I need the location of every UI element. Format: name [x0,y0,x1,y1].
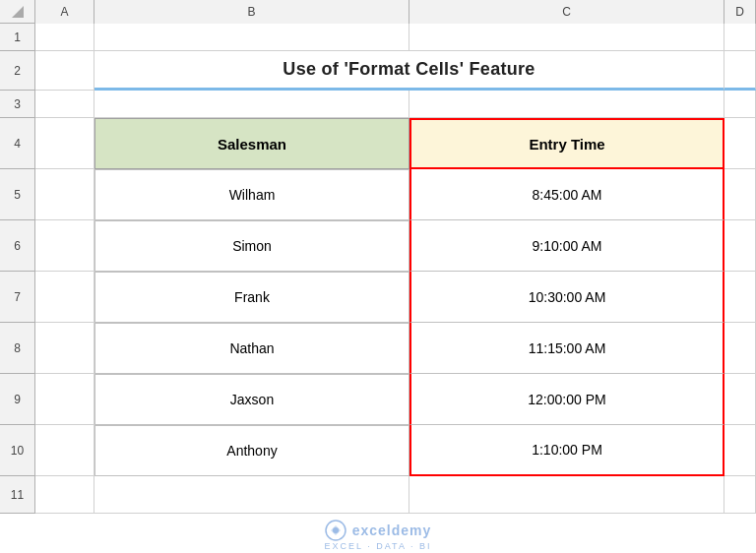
grid-row-11: 11 [0,476,756,514]
grid-row-4: 4 Salesman Entry Time [0,118,756,169]
grid-row-5: 5 Wilham 8:45:00 AM [0,169,756,220]
cell-1c[interactable] [410,24,724,51]
grid-row-6: 6 Simon 9:10:00 AM [0,220,756,272]
cell-3a[interactable] [35,91,94,118]
cell-1a[interactable] [35,24,94,51]
watermark: exceldemy EXCEL · DATA · BI [325,520,432,551]
cell-11a[interactable] [35,476,94,514]
cell-11b[interactable] [94,476,410,514]
cell-3d[interactable] [724,91,756,118]
cell-2d[interactable] [724,51,756,91]
cell-4a[interactable] [35,118,94,169]
row-header-9: 9 [0,374,35,425]
cell-6c[interactable]: 9:10:00 AM [410,220,724,272]
cell-8d[interactable] [724,323,756,374]
grid-row-10: 10 Anthony 1:10:00 PM [0,425,756,476]
svg-point-2 [333,527,339,533]
row-header-8: 8 [0,323,35,374]
cell-4d[interactable] [724,118,756,169]
grid-row-9: 9 Jaxson 12:00:00 PM [0,374,756,425]
cell-5c[interactable]: 8:45:00 AM [410,169,724,220]
col-header-d[interactable]: D [724,0,756,24]
cell-10d[interactable] [724,425,756,476]
grid-body: 1 2 Use of 'Format Cells' Feature 3 4 Sa… [0,24,756,514]
cell-7b[interactable]: Frank [94,272,410,323]
cell-11d[interactable] [724,476,756,514]
cell-9d[interactable] [724,374,756,425]
row-header-7: 7 [0,272,35,323]
row-header-10: 10 [0,425,35,476]
cell-8b[interactable]: Nathan [94,323,410,374]
cell-10a[interactable] [35,425,94,476]
cell-10b[interactable]: Anthony [94,425,410,476]
cell-3c[interactable] [410,91,724,118]
row-header-4: 4 [0,118,35,169]
cell-1d[interactable] [724,24,756,51]
row-header-5: 5 [0,169,35,220]
grid-row-7: 7 Frank 10:30:00 AM [0,272,756,323]
cell-5b[interactable]: Wilham [94,169,410,220]
col-header-a[interactable]: A [35,0,94,24]
row-header-3: 3 [0,91,35,118]
cell-9c[interactable]: 12:00:00 PM [410,374,724,425]
row-header-1: 1 [0,24,35,51]
cell-3b[interactable] [94,91,410,118]
row-header-11: 11 [0,476,35,514]
cell-4c-entrytime-header[interactable]: Entry Time [410,118,724,169]
grid-row-2: 2 Use of 'Format Cells' Feature [0,51,756,91]
cell-6a[interactable] [35,220,94,272]
cell-6b[interactable]: Simon [94,220,410,272]
cell-9a[interactable] [35,374,94,425]
watermark-logo: exceldemy [325,520,432,541]
cell-6d[interactable] [724,220,756,272]
cell-2b-merged[interactable]: Use of 'Format Cells' Feature [94,51,724,91]
cell-4b-salesman-header[interactable]: Salesman [94,118,410,169]
col-header-b[interactable]: B [94,0,410,24]
cell-7d[interactable] [724,272,756,323]
exceldemy-icon [325,520,346,541]
watermark-area: exceldemy EXCEL · DATA · BI [0,514,756,553]
cell-5d[interactable] [724,169,756,220]
svg-marker-0 [12,6,24,18]
watermark-main-text: exceldemy [352,522,432,538]
grid-row-3: 3 [0,91,756,118]
cell-1b[interactable] [94,24,410,51]
spreadsheet: A B C D 1 2 Use of 'Format Cells' Featur… [0,0,756,553]
column-header-row: A B C D [0,0,756,24]
cell-11c[interactable] [410,476,724,514]
cell-8c[interactable]: 11:15:00 AM [410,323,724,374]
cell-2a[interactable] [35,51,94,91]
row-header-2: 2 [0,51,35,91]
col-header-c[interactable]: C [410,0,724,24]
cell-9b[interactable]: Jaxson [94,374,410,425]
cell-8a[interactable] [35,323,94,374]
row-header-6: 6 [0,220,35,272]
cell-5a[interactable] [35,169,94,220]
cell-7c[interactable]: 10:30:00 AM [410,272,724,323]
cell-10c[interactable]: 1:10:00 PM [410,425,724,476]
grid-row-1: 1 [0,24,756,51]
corner-cell [0,0,35,24]
grid-row-8: 8 Nathan 11:15:00 AM [0,323,756,374]
cell-7a[interactable] [35,272,94,323]
watermark-sub-text: EXCEL · DATA · BI [325,541,432,551]
